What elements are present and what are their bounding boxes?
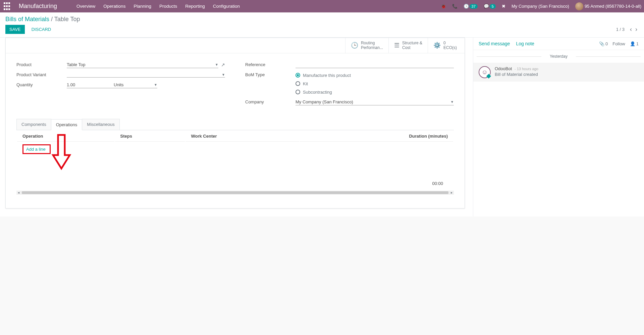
topbar: Manufacturing Overview Operations Planni… [0,0,644,12]
breadcrumb-current: Table Top [54,16,80,22]
radio-checked-icon [296,73,300,78]
chevron-down-icon: ▼ [154,83,157,87]
pager: 1 / 3 ‹ › [616,26,639,33]
horizontal-scrollbar[interactable]: ◂ ▸ [16,191,454,195]
radio-unchecked-icon [296,90,300,94]
day-separator: Yesterday [473,50,644,63]
tools-icon[interactable]: ✖ [502,4,505,9]
label-company: Company [245,99,296,104]
radio-kit[interactable]: Kit [296,81,454,86]
pager-prev-icon[interactable]: ‹ [629,26,633,33]
pager-next-icon[interactable]: › [634,26,639,33]
label-variant: Product Variant [16,72,67,77]
bot-avatar-icon: ☺ [479,66,491,78]
user-menu[interactable]: 95 Anmed (8567780-14-0-all) [575,2,641,10]
tab-components[interactable]: Components [16,119,51,130]
chevron-down-icon: ▼ [215,63,218,66]
nav-overview[interactable]: Overview [73,2,99,10]
breadcrumb-sep: / [51,16,53,22]
nav-operations[interactable]: Operations [100,2,129,10]
quantity-input[interactable] [67,82,114,88]
nav-planning[interactable]: Planning [130,2,155,10]
reference-input[interactable] [296,61,454,68]
user-name: 95 Anmed (8567780-14-0-all) [585,4,641,9]
chatter: Send message Log note 📎0 Follow 👤1 Yeste… [473,38,644,217]
breadcrumb-parent[interactable]: Bills of Materials [5,16,49,22]
scroll-left-icon[interactable]: ◂ [18,191,19,194]
form-sheet: 🕒 RoutingPerforman... ☰ Structure &Cost … [5,38,465,208]
label-bom-type: BoM Type [245,72,296,77]
col-duration: Duration (minutes) [300,131,453,142]
breadcrumb: Bills of Materials / Table Top [5,16,639,23]
radio-subcontracting[interactable]: Subcontracting [296,90,454,95]
annotation-arrow-icon [53,135,70,173]
stat-routing-performance[interactable]: 🕒 RoutingPerforman... [345,38,388,53]
messages-icon[interactable]: 💬5 [484,4,496,9]
tabs: Components Operations Miscellaneous [16,119,454,130]
scroll-right-icon[interactable]: ▸ [451,191,452,194]
phone-icon[interactable]: 📞 [452,4,458,9]
annotation-highlight-box: Add a line [22,144,51,154]
clock-icon: 🕒 [351,42,358,49]
control-panel: Bills of Materials / Table Top Save Disc… [0,12,644,38]
message-author: OdooBot [495,66,512,71]
debug-icon[interactable]: 🐞 [441,4,446,9]
button-box: 🕒 RoutingPerforman... ☰ Structure &Cost … [6,38,465,53]
label-quantity: Quantity [16,82,67,87]
nav-configuration[interactable]: Configuration [210,2,243,10]
paperclip-icon: 📎 [599,41,604,46]
variant-field[interactable]: ▼ [67,72,225,78]
activities-badge: 37 [470,4,478,9]
tab-operations[interactable]: Operations [51,119,83,130]
app-brand: Manufacturing [19,3,57,10]
company-field[interactable]: My Company (San Francisco) ▼ [296,99,454,105]
avatar-icon [575,2,583,10]
message-time: - 13 hours ago [515,67,538,71]
nav-reporting[interactable]: Reporting [182,2,208,10]
nav-products[interactable]: Products [156,2,180,10]
tab-content-operations: Operation Steps Work Center Duration (mi… [16,130,454,195]
tab-miscellaneous[interactable]: Miscellaneous [82,119,119,130]
apps-icon[interactable] [3,2,11,10]
followers-button[interactable]: 👤1 [630,41,639,46]
external-link-icon[interactable]: ↗ [221,62,225,67]
activities-icon[interactable]: 🕓37 [464,4,478,9]
systray: 🐞 📞 🕓37 💬5 ✖ My Company (San Francisco) … [441,2,641,10]
main-nav: Overview Operations Planning Products Re… [73,2,243,10]
gears-icon: ⚙️ [433,42,441,49]
col-steps: Steps [115,131,185,142]
log-note-button[interactable]: Log note [516,41,534,46]
radio-unchecked-icon [296,81,300,86]
label-reference: Reference [245,62,296,67]
messages-badge: 5 [490,4,496,9]
discard-button[interactable]: Discard [28,25,55,34]
uom-field[interactable]: Units ▼ [114,82,157,88]
product-field[interactable]: Table Top ▼ [67,61,218,68]
company-switcher[interactable]: My Company (San Francisco) [512,4,569,9]
content: 🕒 RoutingPerforman... ☰ Structure &Cost … [0,38,644,217]
message-subject: Bill of Material created [495,72,538,77]
chevron-down-icon: ▼ [222,73,225,77]
list-icon: ☰ [394,42,399,49]
save-button[interactable]: Save [5,25,25,34]
send-message-button[interactable]: Send message [479,41,510,46]
stat-eco[interactable]: ⚙️ 0ECO(s) [428,38,465,53]
follow-button[interactable]: Follow [612,41,625,46]
duration-total: 00:00 [16,178,454,189]
add-a-line-link[interactable]: Add a line [26,147,46,152]
attachments-button[interactable]: 📎0 [599,41,608,46]
message-item: ☺ OdooBot - 13 hours ago Bill of Materia… [473,63,644,82]
person-icon: 👤 [630,41,635,46]
col-workcenter: Work Center [185,131,299,142]
label-product: Product [16,62,67,67]
pager-text[interactable]: 1 / 3 [616,27,625,32]
stat-structure-cost[interactable]: ☰ Structure &Cost [388,38,428,53]
radio-manufacture[interactable]: Manufacture this product [296,73,454,78]
chevron-down-icon: ▼ [450,100,454,104]
